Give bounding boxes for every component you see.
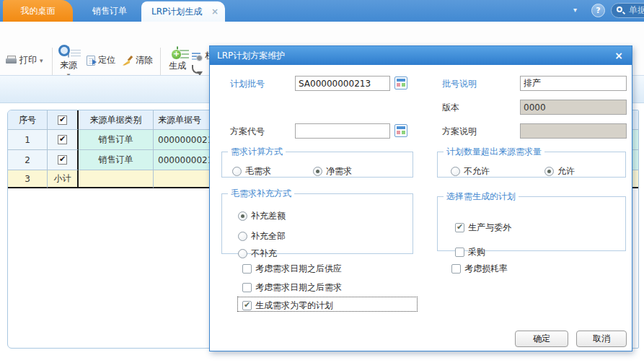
batch-desc-input[interactable] bbox=[520, 76, 627, 91]
search-text: 单据 bbox=[629, 5, 644, 15]
radio-icon[interactable] bbox=[238, 232, 247, 241]
source-search-icon bbox=[68, 46, 69, 58]
clear-label: 清除 bbox=[136, 54, 153, 66]
print-label: 打印 bbox=[19, 54, 37, 66]
checkbox-label: 考虑需求日期之后供应 bbox=[255, 263, 342, 275]
checkbox-icon[interactable] bbox=[455, 223, 464, 232]
checkbox-label: 考虑损耗率 bbox=[464, 263, 508, 275]
printer-icon bbox=[6, 56, 17, 65]
dialog-titlebar[interactable]: LRP计划方案维护 × bbox=[210, 46, 632, 65]
row-source-type: 销售订单 bbox=[79, 130, 154, 150]
checkbox-icon[interactable] bbox=[451, 264, 461, 274]
tabbar-dropdown-icon[interactable]: ▾ bbox=[573, 6, 577, 14]
plan-batch-browse-icon[interactable] bbox=[394, 76, 407, 89]
radio-label: 允许 bbox=[557, 165, 575, 178]
scheme-code-browse-icon[interactable] bbox=[394, 124, 407, 137]
radio-gross-demand[interactable]: 毛需求 bbox=[232, 165, 271, 178]
radio-icon[interactable] bbox=[232, 167, 242, 176]
checkbox-production-outsourcing[interactable]: 生产与委外 bbox=[455, 222, 511, 234]
version-label: 版本 bbox=[442, 100, 459, 115]
curved-arrow-icon bbox=[192, 65, 200, 74]
row-seq: 1 bbox=[8, 130, 48, 150]
scheme-code-input[interactable] bbox=[295, 123, 390, 139]
clear-button[interactable]: 清除 bbox=[123, 54, 153, 66]
checkbox-supply-after-demand-date[interactable]: 考虑需求日期之后供应 bbox=[242, 263, 342, 275]
print-dropdown-icon[interactable]: ▾ bbox=[40, 57, 43, 64]
group-plan-types-legend: 选择需生成的计划 bbox=[444, 191, 519, 203]
checkbox-label: 考虑需求日期之后需求 bbox=[255, 281, 342, 294]
row-select-cell[interactable] bbox=[48, 130, 79, 150]
group-demand-calc: 需求计算方式 毛需求 净需求 bbox=[221, 146, 413, 178]
generate-table-plus-icon bbox=[177, 46, 178, 58]
locate-button[interactable]: 定位 bbox=[87, 54, 115, 66]
radio-supplement-difference[interactable]: 补充差额 bbox=[238, 210, 286, 222]
lrp-plan-scheme-dialog: LRP计划方案维护 × 计划批号 批号说明 版本 方案代号 方案说明 需求计算方… bbox=[209, 45, 632, 351]
scheme-desc-label: 方案说明 bbox=[442, 124, 477, 139]
checkbox-icon[interactable] bbox=[455, 248, 464, 257]
radio-icon[interactable] bbox=[313, 167, 322, 176]
checkbox-generate-zero-demand-plan[interactable]: 生成需求为零的计划 bbox=[242, 299, 333, 312]
header-source-type[interactable]: 来源单据类别 bbox=[79, 110, 154, 130]
checkbox-demand-after-demand-date[interactable]: 考虑需求日期之后需求 bbox=[242, 281, 342, 294]
select-all-checkbox[interactable] bbox=[58, 115, 67, 125]
row-select-cell[interactable] bbox=[48, 150, 79, 170]
scheme-code-label: 方案代号 bbox=[230, 124, 265, 139]
checkbox-purchase[interactable]: 采购 bbox=[455, 246, 485, 258]
radio-label: 补充差额 bbox=[251, 210, 286, 222]
row-checkbox[interactable] bbox=[58, 135, 67, 144]
radio-net-demand[interactable]: 净需求 bbox=[313, 165, 352, 178]
print-button[interactable]: 打印 ▾ bbox=[6, 54, 43, 66]
cancel-button[interactable]: 取消 bbox=[576, 331, 627, 347]
radio-icon[interactable] bbox=[238, 249, 247, 258]
checkbox-label: 生产与委外 bbox=[468, 222, 511, 234]
plan-batch-label: 计划批号 bbox=[230, 76, 265, 91]
tab-bar: 我的桌面 销售订单 LRP计划生成 × ▾ ? 单据 bbox=[0, 0, 644, 22]
header-select-all[interactable] bbox=[48, 110, 79, 130]
row-source-type: 销售订单 bbox=[79, 150, 154, 170]
locate-page-icon bbox=[87, 56, 95, 66]
source-label: 来源 bbox=[55, 59, 82, 71]
header-seq[interactable]: 序号 bbox=[8, 110, 48, 130]
reorder-button[interactable] bbox=[192, 65, 200, 74]
checkbox-consider-loss-rate[interactable]: 考虑损耗率 bbox=[451, 263, 508, 275]
checkbox-icon[interactable] bbox=[242, 264, 252, 274]
dialog-close-icon[interactable]: × bbox=[614, 46, 623, 65]
group-exceed-legend: 计划数量超出来源需求量 bbox=[444, 146, 544, 158]
radio-no-supplement[interactable]: 不补充 bbox=[238, 248, 277, 260]
column-settings-icon bbox=[192, 52, 202, 61]
radio-allowed[interactable]: 允许 bbox=[544, 165, 575, 178]
radio-supplement-all[interactable]: 补充全部 bbox=[238, 230, 286, 242]
tab-lrp-plan-generation[interactable]: LRP计划生成 × bbox=[141, 1, 225, 22]
tab-my-desktop[interactable]: 我的桌面 bbox=[3, 0, 73, 22]
batch-desc-label: 批号说明 bbox=[442, 76, 477, 91]
row-source-type bbox=[79, 170, 154, 188]
radio-label: 毛需求 bbox=[245, 165, 271, 178]
group-gross-supplement-legend: 毛需求补充方式 bbox=[228, 188, 294, 200]
checkbox-icon[interactable] bbox=[242, 283, 252, 292]
source-button[interactable]: 来源 ▾ bbox=[55, 47, 82, 79]
radio-icon[interactable] bbox=[544, 167, 554, 176]
radio-label: 补充全部 bbox=[251, 230, 286, 242]
tab-close-icon[interactable]: × bbox=[211, 1, 219, 22]
help-icon[interactable]: ? bbox=[591, 4, 605, 17]
locate-label: 定位 bbox=[98, 54, 115, 66]
group-gross-supplement: 毛需求补充方式 补充差额 补充全部 不补充 bbox=[221, 188, 413, 254]
radio-icon[interactable] bbox=[238, 211, 247, 221]
row-checkbox[interactable] bbox=[58, 155, 67, 165]
dialog-title: LRP计划方案维护 bbox=[217, 51, 285, 61]
row-seq: 3 bbox=[8, 170, 48, 188]
search-input[interactable]: 单据 bbox=[611, 3, 644, 18]
group-demand-calc-legend: 需求计算方式 bbox=[228, 146, 286, 158]
radio-label: 不补充 bbox=[251, 248, 277, 260]
plan-batch-input[interactable] bbox=[295, 76, 390, 91]
radio-icon[interactable] bbox=[451, 167, 460, 176]
generate-button[interactable]: 生成 bbox=[164, 47, 191, 72]
tab-lrp-label: LRP计划生成 bbox=[151, 6, 202, 17]
tab-sales-order[interactable]: 销售订单 bbox=[81, 0, 138, 22]
checkbox-label: 生成需求为零的计划 bbox=[255, 299, 333, 312]
ok-button[interactable]: 确定 bbox=[515, 331, 568, 347]
checkbox-icon[interactable] bbox=[242, 301, 252, 310]
radio-not-allowed[interactable]: 不允许 bbox=[451, 165, 490, 178]
search-icon bbox=[617, 6, 622, 12]
scheme-desc-input bbox=[520, 123, 627, 139]
